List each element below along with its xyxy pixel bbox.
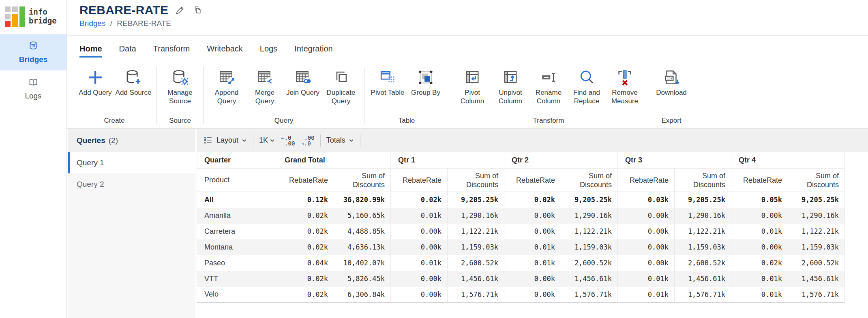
query-list-item-2[interactable]: Query 2	[68, 173, 195, 195]
pivot-group-header: Qtr 3	[618, 152, 731, 169]
ribbon-group-source: Manage SourceSource	[161, 66, 199, 129]
value-cell: 0.01k	[618, 287, 675, 303]
tab-writeback[interactable]: Writeback	[207, 44, 243, 58]
ribbon-button-label: Append Query	[208, 88, 246, 105]
increase-decimal-button[interactable]: .00 →.0	[300, 135, 314, 146]
tab-data[interactable]: Data	[119, 44, 136, 58]
append-query-button[interactable]: Append Query	[208, 66, 246, 105]
value-cell: 1,456.61k	[561, 271, 618, 287]
value-cell: 1,122.21k	[788, 224, 845, 239]
chevron-down-icon	[269, 137, 275, 143]
ribbon-button-label: Rename Column	[529, 88, 568, 105]
value-cell: 1,576.71k	[561, 287, 618, 303]
value-cell: 0.01k	[504, 239, 561, 255]
ribbon-button-label: Merge Query	[246, 88, 284, 105]
query-list-item-1[interactable]: Query 1	[68, 152, 195, 173]
pivot-measure-header: RebateRate	[277, 169, 334, 192]
ribbon-button-label: Pivot Table	[371, 88, 405, 97]
ribbon-group-transform: Pivot ColumnUnpivot ColumnRename ColumnF…	[453, 66, 644, 129]
find-replace-button[interactable]: Find and Replace	[568, 66, 606, 105]
sidebar-nav: BridgesLogs	[0, 34, 66, 107]
value-cell: 0.01k	[504, 255, 561, 271]
value-cell: 0.01k	[731, 287, 788, 303]
value-cell: 0.00k	[391, 224, 448, 239]
ribbon-button-label: Remove Measure	[606, 88, 644, 105]
sidebar-item-label: Bridges	[0, 55, 66, 64]
product-cell: Montana	[197, 239, 277, 255]
ribbon-button-label: Find and Replace	[568, 88, 606, 105]
pivot-column-button[interactable]: Pivot Column	[453, 66, 491, 105]
add-query-button[interactable]: Add Query	[76, 66, 114, 97]
copy-title-icon[interactable]	[192, 5, 203, 16]
rename-column-icon	[539, 68, 558, 87]
sidebar: info bridge BridgesLogs	[0, 0, 67, 318]
pivot-table-area: QuarterGrand TotalQtr 1Qtr 2Qtr 3Qtr 4Pr…	[197, 152, 868, 318]
pivot-group-header: Qtr 4	[731, 152, 845, 169]
table-row: Paseo0.04k10,402.07k0.01k2,600.52k0.01k2…	[197, 255, 845, 271]
duplicate-query-button[interactable]: Duplicate Query	[322, 66, 360, 105]
value-cell: 0.02k	[391, 192, 448, 208]
tab-transform[interactable]: Transform	[153, 44, 190, 58]
breadcrumb-bridges-link[interactable]: Bridges	[79, 19, 105, 28]
value-cell: 36,820.99k	[334, 192, 391, 208]
join-query-button[interactable]: Join Query	[284, 66, 322, 97]
value-cell: 0.00k	[391, 287, 448, 303]
pivot-row-header: Product	[197, 169, 277, 192]
value-cell: 0.03k	[618, 192, 675, 208]
ribbon-button-label: Group By	[411, 88, 440, 97]
manage-source-button[interactable]: Manage Source	[161, 66, 199, 105]
value-cell: 0.01k	[731, 224, 788, 239]
value-cell: 0.00k	[618, 208, 675, 224]
pivot-table-button[interactable]: Pivot Table	[369, 66, 407, 97]
tab-integration[interactable]: Integration	[294, 44, 333, 58]
ribbon-group-separator	[203, 67, 204, 124]
table-row: Carretera0.02k4,488.85k0.00k1,122.21k0.0…	[197, 224, 845, 239]
value-cell: 2,600.52k	[788, 255, 845, 271]
pivot-column-icon	[463, 68, 482, 87]
toolbar-divider	[320, 134, 321, 147]
product-cell: Paseo	[197, 255, 277, 271]
value-cell: 0.00k	[731, 239, 788, 255]
value-cell: 9,205.25k	[561, 192, 618, 208]
value-cell: 9,205.25k	[788, 192, 845, 208]
sidebar-item-logs[interactable]: Logs	[0, 70, 66, 107]
value-cell: 1,122.21k	[675, 224, 731, 239]
totals-dropdown[interactable]: Totals	[326, 136, 354, 145]
value-cell: 1,290.16k	[561, 208, 618, 224]
tab-home[interactable]: Home	[79, 44, 102, 58]
table-toolbar: Layout 1K ←.0 .00 .00 →.0 Totals	[197, 129, 868, 152]
download-button[interactable]: CSVDownload	[652, 66, 690, 97]
toolbar-divider	[360, 134, 360, 147]
rename-column-button[interactable]: Rename Column	[529, 66, 568, 105]
breadcrumb: Bridges / REBARE-RATE	[79, 19, 868, 28]
decrease-decimal-button[interactable]: ←.0 .00	[281, 135, 295, 146]
scale-dropdown[interactable]: 1K	[259, 136, 275, 145]
ribbon-group-separator	[449, 67, 449, 124]
pivot-measure-header: RebateRate	[504, 169, 561, 192]
value-cell: 1,576.71k	[675, 287, 731, 303]
value-cell: 1,122.21k	[561, 224, 618, 239]
breadcrumb-separator: /	[110, 19, 112, 28]
value-cell: 2,600.52k	[675, 255, 731, 271]
sidebar-item-bridges[interactable]: Bridges	[0, 34, 66, 70]
add-source-button[interactable]: Add Source	[114, 66, 152, 97]
pivot-measure-header: Sum ofDiscounts	[334, 169, 391, 192]
value-cell: 0.02k	[504, 192, 561, 208]
tab-logs[interactable]: Logs	[260, 44, 277, 58]
value-cell: 0.00k	[504, 271, 561, 287]
value-cell: 1,159.03k	[675, 239, 731, 255]
group-by-button[interactable]: Group By	[407, 66, 445, 97]
unpivot-column-button[interactable]: Unpivot Column	[491, 66, 529, 105]
remove-measure-button[interactable]: Remove Measure	[606, 66, 644, 105]
value-cell: 0.00k	[504, 208, 561, 224]
merge-query-button[interactable]: Merge Query	[246, 66, 284, 105]
value-cell: 9,205.25k	[675, 192, 731, 208]
ribbon-group-separator	[364, 67, 364, 124]
pivot-measure-header: Sum ofDiscounts	[448, 169, 504, 192]
value-cell: 5,160.65k	[334, 208, 391, 224]
toolbar-divider	[253, 134, 253, 147]
edit-title-icon[interactable]	[175, 5, 186, 16]
layout-dropdown[interactable]: Layout	[203, 135, 247, 146]
ribbon-group-caption: Table	[369, 117, 445, 129]
ribbon-button-label: Manage Source	[161, 88, 199, 105]
